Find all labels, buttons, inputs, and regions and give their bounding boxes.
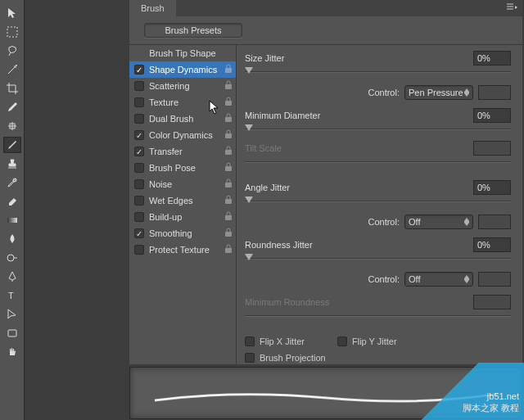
- option-transfer[interactable]: Transfer: [129, 143, 236, 160]
- lock-icon[interactable]: [224, 211, 233, 223]
- roundness-control-dropdown[interactable]: Off: [404, 272, 473, 287]
- option-checkbox[interactable]: [134, 97, 144, 107]
- flip-x-checkbox[interactable]: [245, 336, 255, 346]
- option-checkbox[interactable]: [134, 130, 144, 140]
- option-shape-dynamics[interactable]: Shape Dynamics: [129, 61, 236, 78]
- option-scattering[interactable]: Scattering: [129, 78, 236, 94]
- size-jitter-slider[interactable]: [245, 66, 511, 78]
- wand-tool[interactable]: [3, 61, 21, 78]
- option-checkbox[interactable]: [134, 196, 144, 205]
- lock-icon[interactable]: [224, 244, 233, 255]
- option-noise[interactable]: Noise: [129, 176, 236, 192]
- flip-x-label: Flip X Jitter: [260, 336, 305, 346]
- svg-rect-19: [225, 248, 232, 253]
- option-checkbox[interactable]: [134, 245, 144, 255]
- roundness-control-label: Control:: [368, 274, 400, 284]
- lock-icon[interactable]: [224, 80, 233, 92]
- brush-tip-shape-header[interactable]: Brush Tip Shape: [129, 45, 236, 61]
- size-control-label: Control:: [368, 88, 400, 97]
- svg-rect-17: [225, 215, 232, 220]
- svg-rect-10: [225, 101, 232, 106]
- option-build-up[interactable]: Build-up: [129, 209, 236, 225]
- size-jitter-value[interactable]: 0%: [473, 51, 511, 65]
- angle-jitter-label: Angle Jitter: [245, 183, 473, 192]
- svg-rect-16: [225, 199, 232, 204]
- brush-panel: Brush Brush Presets Brush Tip Shape Shap…: [129, 0, 522, 364]
- roundness-jitter-slider[interactable]: [245, 253, 511, 264]
- min-diameter-slider[interactable]: [245, 124, 511, 135]
- roundness-jitter-value[interactable]: 0%: [473, 237, 511, 252]
- brush-projection-label: Brush Projection: [260, 353, 326, 363]
- angle-control-label: Control:: [368, 217, 400, 227]
- svg-point-1: [16, 65, 17, 66]
- lock-icon[interactable]: [224, 146, 233, 157]
- lasso-tool[interactable]: [3, 43, 21, 59]
- lock-icon[interactable]: [224, 195, 233, 206]
- lock-icon[interactable]: [224, 228, 233, 239]
- option-checkbox[interactable]: [134, 65, 144, 75]
- lock-icon[interactable]: [224, 162, 233, 174]
- path-tool[interactable]: [3, 306, 21, 323]
- lock-icon[interactable]: [224, 97, 233, 108]
- history-brush-tool[interactable]: [3, 174, 21, 191]
- angle-control-dropdown[interactable]: Off: [404, 215, 473, 229]
- svg-rect-15: [225, 183, 232, 187]
- option-checkbox[interactable]: [134, 81, 144, 91]
- option-checkbox[interactable]: [134, 147, 144, 156]
- dodge-tool[interactable]: [3, 250, 21, 266]
- brush-options-list: Brush Tip Shape Shape DynamicsScattering…: [129, 44, 236, 372]
- marquee-tool[interactable]: [3, 24, 21, 40]
- brush-tool[interactable]: [3, 137, 21, 153]
- svg-rect-9: [225, 84, 232, 89]
- healing-tool[interactable]: [3, 118, 21, 134]
- lock-icon[interactable]: [224, 178, 233, 190]
- min-diameter-value[interactable]: 0%: [473, 108, 511, 123]
- size-control-dropdown[interactable]: Pen Pressure: [404, 85, 473, 100]
- angle-control-extra: [478, 215, 511, 229]
- shape-dynamics-settings: Size Jitter0% Control:Pen Pressure Minim…: [236, 44, 522, 372]
- pen-tool[interactable]: [3, 269, 21, 285]
- min-diameter-label: Minimum Diameter: [245, 111, 473, 120]
- eyedropper-tool[interactable]: [3, 99, 21, 115]
- crop-tool[interactable]: [3, 80, 21, 97]
- option-label: Noise: [149, 179, 172, 189]
- lock-icon[interactable]: [224, 129, 233, 141]
- svg-rect-14: [225, 166, 232, 171]
- option-checkbox[interactable]: [134, 179, 144, 189]
- tab-brush[interactable]: Brush: [129, 0, 176, 16]
- angle-jitter-slider[interactable]: [245, 196, 511, 207]
- type-tool[interactable]: T: [3, 287, 21, 304]
- option-smoothing[interactable]: Smoothing: [129, 225, 236, 242]
- option-checkbox[interactable]: [134, 163, 144, 173]
- option-protect-texture[interactable]: Protect Texture: [129, 242, 236, 258]
- option-checkbox[interactable]: [134, 212, 144, 222]
- angle-jitter-value[interactable]: 0%: [473, 180, 511, 195]
- brush-preview: [129, 367, 522, 419]
- gradient-tool[interactable]: [3, 212, 21, 228]
- tilt-scale-label: Tilt Scale: [245, 143, 473, 153]
- option-checkbox[interactable]: [134, 228, 144, 238]
- shape-tool[interactable]: [3, 325, 21, 341]
- option-label: Smoothing: [149, 228, 192, 238]
- option-color-dynamics[interactable]: Color Dynamics: [129, 127, 236, 143]
- hand-tool[interactable]: [3, 344, 21, 360]
- flip-y-checkbox[interactable]: [337, 336, 347, 346]
- stamp-tool[interactable]: [3, 156, 21, 172]
- brush-projection-checkbox[interactable]: [245, 353, 255, 363]
- svg-text:T: T: [8, 291, 14, 300]
- move-tool[interactable]: [3, 5, 21, 21]
- option-wet-edges[interactable]: Wet Edges: [129, 192, 236, 209]
- lock-icon[interactable]: [224, 113, 233, 124]
- blur-tool[interactable]: [3, 231, 21, 247]
- option-label: Transfer: [149, 147, 183, 156]
- option-brush-pose[interactable]: Brush Pose: [129, 160, 236, 176]
- size-control-extra: [478, 85, 511, 100]
- option-checkbox[interactable]: [134, 114, 144, 124]
- brush-presets-button[interactable]: Brush Presets: [144, 23, 242, 38]
- eraser-tool[interactable]: [3, 193, 21, 210]
- panel-menu-icon[interactable]: [506, 3, 517, 13]
- option-label: Build-up: [149, 212, 182, 222]
- lock-icon[interactable]: [224, 64, 233, 75]
- flip-y-label: Flip Y Jitter: [352, 336, 397, 346]
- svg-rect-4: [7, 218, 17, 223]
